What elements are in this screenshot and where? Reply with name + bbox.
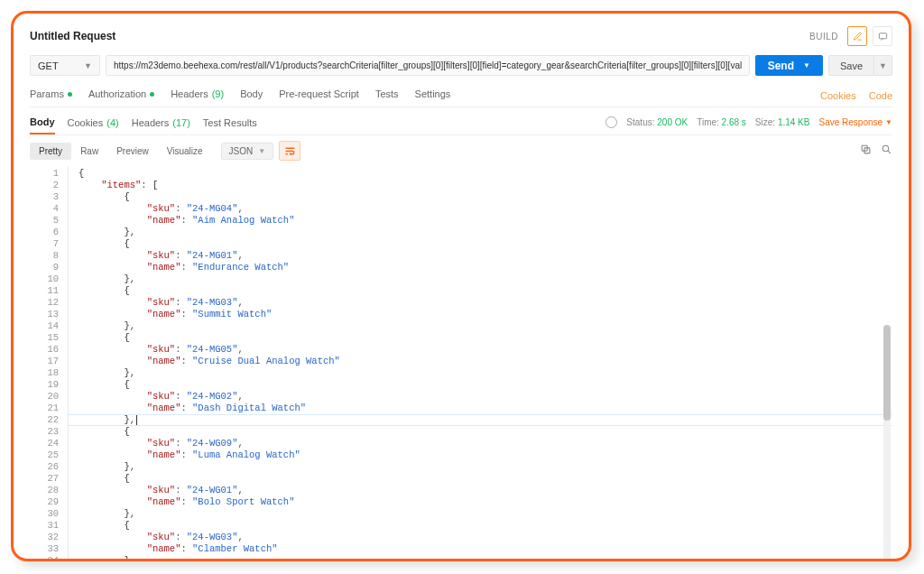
- svg-point-3: [882, 145, 889, 152]
- save-dropdown[interactable]: ▼: [874, 55, 892, 76]
- code-line[interactable]: {: [79, 473, 892, 485]
- response-tab-cookies[interactable]: Cookies(4): [68, 109, 119, 134]
- code-line[interactable]: {: [79, 238, 892, 250]
- edit-icon[interactable]: [847, 26, 867, 46]
- code-line[interactable]: },: [79, 414, 892, 426]
- cookies-link[interactable]: Cookies: [820, 90, 856, 101]
- method-label: GET: [38, 60, 59, 71]
- fold-guide: [68, 166, 79, 559]
- code-line[interactable]: {: [79, 332, 892, 344]
- request-title: Untitled Request: [30, 30, 116, 42]
- code-line[interactable]: "sku": "24-MG02",: [79, 391, 892, 403]
- code-area[interactable]: { "items": [ { "sku": "24-MG04", "name":…: [79, 166, 892, 559]
- response-tab-testresults[interactable]: Test Results: [203, 109, 257, 134]
- tab-params[interactable]: Params: [30, 85, 72, 106]
- code-line[interactable]: "sku": "24-MG01",: [79, 250, 892, 262]
- tab-authorization[interactable]: Authorization: [88, 85, 154, 106]
- code-line[interactable]: {: [79, 520, 892, 532]
- code-line[interactable]: {: [79, 285, 892, 297]
- code-line[interactable]: "name": "Aim Analog Watch": [79, 215, 892, 227]
- code-line[interactable]: "name": "Dash Digital Watch": [79, 403, 892, 414]
- view-pretty[interactable]: Pretty: [30, 143, 71, 160]
- code-line[interactable]: "name": "Endurance Watch": [79, 262, 892, 273]
- code-line[interactable]: },: [79, 320, 892, 332]
- code-line[interactable]: "sku": "24-MG04",: [79, 203, 892, 215]
- code-line[interactable]: {: [79, 168, 892, 180]
- size-value: 1.14 KB: [778, 117, 810, 127]
- view-raw[interactable]: Raw: [71, 143, 107, 160]
- app-window: Untitled Request BUILD GET ▼ Send ▼: [11, 11, 911, 561]
- code-line[interactable]: "name": "Bolo Sport Watch": [79, 496, 892, 508]
- view-preview[interactable]: Preview: [107, 143, 158, 160]
- response-tab-body[interactable]: Body: [30, 109, 55, 134]
- size-label: Size:: [755, 117, 775, 127]
- response-tabs: Body Cookies(4) Headers(17) Test Results…: [30, 109, 892, 134]
- code-line[interactable]: "sku": "24-WG09",: [79, 438, 892, 449]
- status-label: Status:: [626, 117, 654, 127]
- method-select[interactable]: GET ▼: [30, 55, 100, 76]
- code-line[interactable]: {: [79, 191, 892, 203]
- build-label: BUILD: [809, 32, 838, 42]
- time-label: Time:: [697, 117, 719, 127]
- code-line[interactable]: },: [79, 555, 892, 559]
- chevron-down-icon: ▼: [803, 61, 810, 69]
- tab-tests[interactable]: Tests: [375, 85, 399, 106]
- comment-icon[interactable]: [873, 26, 892, 46]
- url-input[interactable]: [106, 55, 750, 76]
- tab-settings[interactable]: Settings: [415, 85, 451, 106]
- scrollbar-thumb[interactable]: [883, 325, 891, 421]
- code-line[interactable]: "name": "Summit Watch": [79, 309, 892, 320]
- code-line[interactable]: },: [79, 508, 892, 520]
- tab-headers[interactable]: Headers(9): [171, 85, 224, 106]
- code-line[interactable]: },: [79, 461, 892, 473]
- code-line[interactable]: "name": "Clamber Watch": [79, 543, 892, 555]
- save-button[interactable]: Save: [828, 55, 874, 76]
- code-line[interactable]: "items": [: [79, 180, 892, 191]
- view-visualize[interactable]: Visualize: [158, 143, 212, 160]
- indicator-dot: [150, 92, 154, 97]
- format-select[interactable]: JSON▼: [221, 143, 274, 160]
- time-value: 2.68 s: [722, 117, 746, 127]
- status-value: 200 OK: [657, 117, 688, 127]
- line-gutter: 1234567891011121314151617181920212223242…: [30, 166, 68, 559]
- code-line[interactable]: {: [79, 379, 892, 391]
- send-button[interactable]: Send ▼: [755, 55, 823, 76]
- tab-body[interactable]: Body: [240, 85, 263, 106]
- code-line[interactable]: "sku": "24-WG01",: [79, 485, 892, 496]
- request-tabs: Params Authorization Headers(9) Body Pre…: [30, 85, 892, 107]
- request-url-bar: GET ▼ Send ▼ Save ▼: [30, 55, 892, 76]
- indicator-dot: [68, 92, 72, 97]
- code-link[interactable]: Code: [869, 90, 892, 101]
- copy-icon[interactable]: [860, 144, 872, 158]
- code-line[interactable]: "name": "Cruise Dual Analog Watch": [79, 356, 892, 367]
- response-tab-headers[interactable]: Headers(17): [132, 109, 190, 134]
- code-line[interactable]: "sku": "24-WG03",: [79, 532, 892, 543]
- code-line[interactable]: "sku": "24-MG05",: [79, 344, 892, 356]
- chevron-down-icon: ▼: [84, 61, 92, 70]
- wrap-lines-icon[interactable]: [279, 141, 300, 161]
- send-label: Send: [768, 60, 794, 72]
- code-line[interactable]: "sku": "24-MG03",: [79, 297, 892, 309]
- code-line[interactable]: },: [79, 227, 892, 238]
- search-icon[interactable]: [881, 144, 892, 158]
- response-toolbar: Pretty Raw Preview Visualize JSON▼: [30, 135, 892, 166]
- code-line[interactable]: },: [79, 367, 892, 379]
- globe-icon[interactable]: [605, 116, 617, 128]
- code-line[interactable]: },: [79, 273, 892, 285]
- code-line[interactable]: "name": "Luma Analog Watch": [79, 449, 892, 461]
- tab-prerequest[interactable]: Pre-request Script: [279, 85, 359, 106]
- response-body-editor[interactable]: 1234567891011121314151617181920212223242…: [30, 166, 892, 559]
- save-response-button[interactable]: Save Response ▼: [818, 117, 892, 127]
- code-line[interactable]: {: [79, 426, 892, 438]
- svg-rect-0: [879, 32, 886, 38]
- title-bar: Untitled Request BUILD: [30, 23, 892, 55]
